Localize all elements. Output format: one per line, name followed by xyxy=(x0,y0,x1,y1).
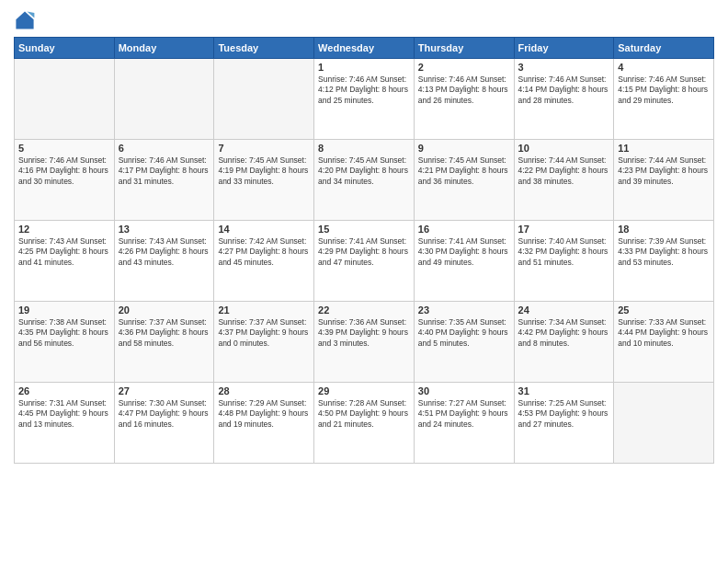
calendar-cell xyxy=(214,59,314,140)
day-number: 21 xyxy=(218,304,310,316)
calendar-cell: 22Sunrise: 7:36 AM Sunset: 4:39 PM Dayli… xyxy=(314,302,415,383)
calendar-cell: 28Sunrise: 7:29 AM Sunset: 4:48 PM Dayli… xyxy=(214,383,314,464)
logo xyxy=(14,9,40,31)
calendar-cell: 25Sunrise: 7:33 AM Sunset: 4:44 PM Dayli… xyxy=(614,302,714,383)
day-number: 29 xyxy=(318,385,410,396)
day-info: Sunrise: 7:46 AM Sunset: 4:15 PM Dayligh… xyxy=(618,75,710,106)
calendar-cell: 21Sunrise: 7:37 AM Sunset: 4:37 PM Dayli… xyxy=(214,302,314,383)
week-row-1: 1Sunrise: 7:46 AM Sunset: 4:12 PM Daylig… xyxy=(15,59,714,140)
day-number: 17 xyxy=(518,224,610,235)
calendar-cell: 31Sunrise: 7:25 AM Sunset: 4:53 PM Dayli… xyxy=(514,383,614,464)
day-info: Sunrise: 7:46 AM Sunset: 4:14 PM Dayligh… xyxy=(518,75,610,106)
day-info: Sunrise: 7:39 AM Sunset: 4:33 PM Dayligh… xyxy=(618,236,710,268)
day-info: Sunrise: 7:28 AM Sunset: 4:50 PM Dayligh… xyxy=(318,398,410,430)
weekday-header-monday: Monday xyxy=(114,38,214,59)
day-info: Sunrise: 7:45 AM Sunset: 4:21 PM Dayligh… xyxy=(418,155,510,187)
day-number: 11 xyxy=(618,143,710,154)
day-info: Sunrise: 7:38 AM Sunset: 4:35 PM Dayligh… xyxy=(18,317,110,349)
day-info: Sunrise: 7:41 AM Sunset: 4:29 PM Dayligh… xyxy=(318,236,410,268)
day-number: 9 xyxy=(418,143,510,154)
day-info: Sunrise: 7:34 AM Sunset: 4:42 PM Dayligh… xyxy=(518,317,610,349)
calendar-cell: 15Sunrise: 7:41 AM Sunset: 4:29 PM Dayli… xyxy=(314,221,415,302)
day-number: 12 xyxy=(18,224,110,235)
calendar-cell: 11Sunrise: 7:44 AM Sunset: 4:23 PM Dayli… xyxy=(614,140,714,221)
day-info: Sunrise: 7:46 AM Sunset: 4:13 PM Dayligh… xyxy=(418,75,510,106)
weekday-header-saturday: Saturday xyxy=(614,38,714,59)
day-number: 18 xyxy=(618,224,710,235)
day-info: Sunrise: 7:44 AM Sunset: 4:22 PM Dayligh… xyxy=(518,155,610,187)
day-number: 2 xyxy=(418,62,510,73)
day-number: 26 xyxy=(18,385,110,396)
calendar-cell: 5Sunrise: 7:46 AM Sunset: 4:16 PM Daylig… xyxy=(15,140,115,221)
calendar-cell: 12Sunrise: 7:43 AM Sunset: 4:25 PM Dayli… xyxy=(15,221,115,302)
day-info: Sunrise: 7:45 AM Sunset: 4:19 PM Dayligh… xyxy=(218,155,310,187)
week-row-4: 19Sunrise: 7:38 AM Sunset: 4:35 PM Dayli… xyxy=(15,302,714,383)
calendar-cell: 26Sunrise: 7:31 AM Sunset: 4:45 PM Dayli… xyxy=(15,383,115,464)
day-number: 4 xyxy=(618,62,710,73)
day-number: 8 xyxy=(318,143,410,154)
day-number: 6 xyxy=(119,143,210,154)
calendar-cell: 1Sunrise: 7:46 AM Sunset: 4:12 PM Daylig… xyxy=(314,59,415,140)
calendar-cell: 2Sunrise: 7:46 AM Sunset: 4:13 PM Daylig… xyxy=(414,59,514,140)
day-info: Sunrise: 7:27 AM Sunset: 4:51 PM Dayligh… xyxy=(418,398,510,430)
day-info: Sunrise: 7:44 AM Sunset: 4:23 PM Dayligh… xyxy=(618,155,710,187)
day-number: 28 xyxy=(218,385,310,396)
day-number: 5 xyxy=(18,143,110,154)
calendar-cell: 27Sunrise: 7:30 AM Sunset: 4:47 PM Dayli… xyxy=(114,383,214,464)
day-number: 1 xyxy=(318,62,410,73)
weekday-header-friday: Friday xyxy=(514,38,614,59)
day-number: 3 xyxy=(518,62,610,73)
day-number: 22 xyxy=(318,304,410,316)
calendar-cell: 17Sunrise: 7:40 AM Sunset: 4:32 PM Dayli… xyxy=(514,221,614,302)
week-row-3: 12Sunrise: 7:43 AM Sunset: 4:25 PM Dayli… xyxy=(15,221,714,302)
day-number: 19 xyxy=(18,304,110,316)
calendar-cell: 8Sunrise: 7:45 AM Sunset: 4:20 PM Daylig… xyxy=(314,140,415,221)
day-number: 15 xyxy=(318,224,410,235)
day-info: Sunrise: 7:35 AM Sunset: 4:40 PM Dayligh… xyxy=(418,317,510,349)
calendar-cell: 9Sunrise: 7:45 AM Sunset: 4:21 PM Daylig… xyxy=(414,140,514,221)
day-number: 27 xyxy=(119,385,210,396)
calendar-cell: 16Sunrise: 7:41 AM Sunset: 4:30 PM Dayli… xyxy=(414,221,514,302)
weekday-header-sunday: Sunday xyxy=(15,38,115,59)
header xyxy=(14,9,714,31)
calendar: SundayMondayTuesdayWednesdayThursdayFrid… xyxy=(14,37,714,464)
day-number: 7 xyxy=(218,143,310,154)
calendar-cell: 18Sunrise: 7:39 AM Sunset: 4:33 PM Dayli… xyxy=(614,221,714,302)
day-number: 14 xyxy=(218,224,310,235)
day-info: Sunrise: 7:46 AM Sunset: 4:17 PM Dayligh… xyxy=(119,155,210,187)
day-number: 24 xyxy=(518,304,610,316)
day-info: Sunrise: 7:30 AM Sunset: 4:47 PM Dayligh… xyxy=(119,398,210,430)
calendar-cell: 3Sunrise: 7:46 AM Sunset: 4:14 PM Daylig… xyxy=(514,59,614,140)
day-number: 31 xyxy=(518,385,610,396)
logo-icon xyxy=(14,9,36,31)
weekday-header-tuesday: Tuesday xyxy=(214,38,314,59)
calendar-cell xyxy=(614,383,714,464)
calendar-cell: 29Sunrise: 7:28 AM Sunset: 4:50 PM Dayli… xyxy=(314,383,415,464)
calendar-cell: 6Sunrise: 7:46 AM Sunset: 4:17 PM Daylig… xyxy=(114,140,214,221)
day-info: Sunrise: 7:42 AM Sunset: 4:27 PM Dayligh… xyxy=(218,236,310,268)
calendar-cell: 4Sunrise: 7:46 AM Sunset: 4:15 PM Daylig… xyxy=(614,59,714,140)
day-number: 10 xyxy=(518,143,610,154)
day-info: Sunrise: 7:25 AM Sunset: 4:53 PM Dayligh… xyxy=(518,398,610,430)
calendar-cell: 24Sunrise: 7:34 AM Sunset: 4:42 PM Dayli… xyxy=(514,302,614,383)
calendar-cell: 14Sunrise: 7:42 AM Sunset: 4:27 PM Dayli… xyxy=(214,221,314,302)
day-number: 30 xyxy=(418,385,510,396)
calendar-cell xyxy=(15,59,115,140)
calendar-cell: 10Sunrise: 7:44 AM Sunset: 4:22 PM Dayli… xyxy=(514,140,614,221)
day-info: Sunrise: 7:41 AM Sunset: 4:30 PM Dayligh… xyxy=(418,236,510,268)
calendar-cell: 23Sunrise: 7:35 AM Sunset: 4:40 PM Dayli… xyxy=(414,302,514,383)
day-info: Sunrise: 7:33 AM Sunset: 4:44 PM Dayligh… xyxy=(618,317,710,349)
day-info: Sunrise: 7:36 AM Sunset: 4:39 PM Dayligh… xyxy=(318,317,410,349)
calendar-cell: 7Sunrise: 7:45 AM Sunset: 4:19 PM Daylig… xyxy=(214,140,314,221)
day-info: Sunrise: 7:37 AM Sunset: 4:36 PM Dayligh… xyxy=(119,317,210,349)
week-row-2: 5Sunrise: 7:46 AM Sunset: 4:16 PM Daylig… xyxy=(15,140,714,221)
weekday-header-wednesday: Wednesday xyxy=(314,38,415,59)
calendar-cell: 19Sunrise: 7:38 AM Sunset: 4:35 PM Dayli… xyxy=(15,302,115,383)
day-info: Sunrise: 7:29 AM Sunset: 4:48 PM Dayligh… xyxy=(218,398,310,430)
day-info: Sunrise: 7:37 AM Sunset: 4:37 PM Dayligh… xyxy=(218,317,310,349)
weekday-header-row: SundayMondayTuesdayWednesdayThursdayFrid… xyxy=(15,38,714,59)
calendar-cell: 30Sunrise: 7:27 AM Sunset: 4:51 PM Dayli… xyxy=(414,383,514,464)
calendar-cell xyxy=(114,59,214,140)
day-info: Sunrise: 7:45 AM Sunset: 4:20 PM Dayligh… xyxy=(318,155,410,187)
day-info: Sunrise: 7:43 AM Sunset: 4:25 PM Dayligh… xyxy=(18,236,110,268)
